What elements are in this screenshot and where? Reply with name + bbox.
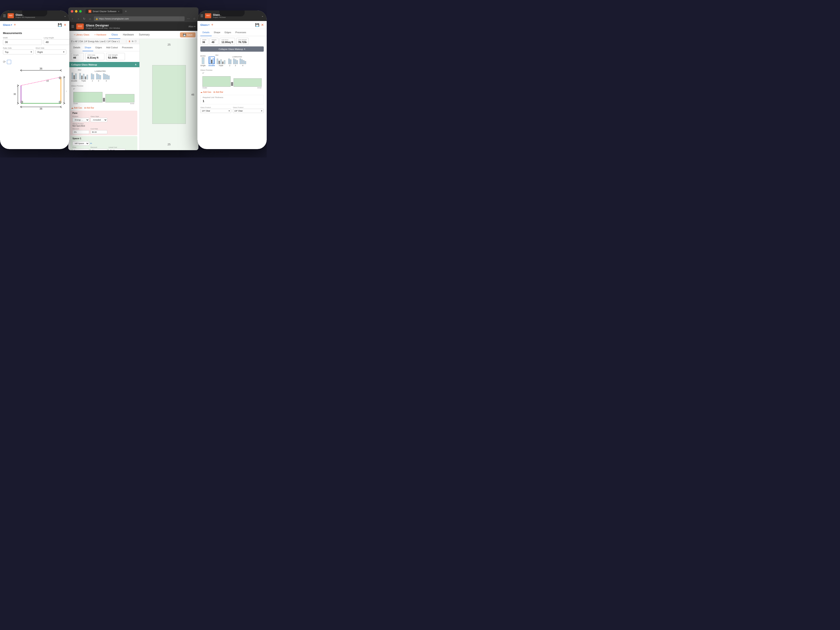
sub-tab-processes[interactable]: Processes bbox=[120, 44, 135, 51]
pane1-glass-style-select[interactable]: Annealed bbox=[90, 118, 107, 122]
left-glass-dropdown-icon[interactable]: ▾ bbox=[11, 24, 12, 26]
right-chevron-icon[interactable]: ⌄ bbox=[261, 14, 264, 17]
right-mono-single-icon[interactable]: Single bbox=[201, 57, 205, 66]
browser-minimize-dot[interactable] bbox=[75, 10, 77, 13]
right-glass-product-2-select[interactable]: 1/4" Clear ▾ bbox=[233, 109, 264, 113]
spacer1-product-select[interactable]: Mill Spacer bbox=[73, 141, 89, 145]
right-tab-shape[interactable]: Shape bbox=[212, 29, 223, 36]
nav-forward-button[interactable]: › bbox=[76, 17, 81, 21]
browser-close-dot[interactable] bbox=[71, 10, 73, 13]
req-thickness-input[interactable] bbox=[203, 99, 242, 103]
left-save-icon[interactable]: 💾 bbox=[58, 23, 62, 27]
right-triple-pane-1 bbox=[217, 58, 218, 64]
left-short-side-select[interactable]: Right ▾ bbox=[35, 50, 66, 54]
spacer1-discount-value[interactable]: 0% bbox=[90, 149, 107, 150]
glass-item-copy-icon[interactable]: ⧉ bbox=[132, 40, 133, 43]
browser-app-content: ☰ SMART GLAZIER Glass Designer Project: … bbox=[68, 22, 199, 150]
right-add-gas-button[interactable]: ☁ Add Gas bbox=[201, 91, 211, 93]
add-bar-button[interactable]: ⊞ Add Bar bbox=[84, 107, 94, 109]
right-igu-double-icon[interactable]: Double bbox=[208, 57, 215, 66]
right-close-icon[interactable]: ✕ bbox=[261, 23, 264, 27]
browser-titlebar: S Smart Glazier Software ✕ + bbox=[68, 7, 199, 15]
app-hamburger-icon[interactable]: ☰ bbox=[71, 25, 74, 28]
nav-home-button[interactable]: ⌂ bbox=[88, 17, 92, 21]
glass-item-delete-icon[interactable]: 🗑 bbox=[128, 40, 131, 43]
center-dim-right: 46 bbox=[191, 93, 194, 96]
browser-dims-row: Height 46 Unit Area 8.31sq ft Unit Weigh… bbox=[68, 51, 139, 62]
igu-double-icon[interactable]: Double bbox=[71, 72, 77, 82]
pane1-product-select[interactable]: Energy … bbox=[73, 118, 89, 122]
right-collapse-icon: ∧ bbox=[244, 48, 245, 51]
tab-glass[interactable]: Glass bbox=[109, 31, 120, 39]
pane1-discount-value[interactable]: 0% bbox=[73, 130, 89, 134]
igu-triple-icon[interactable]: Triple bbox=[79, 72, 88, 82]
svg-text:36: 36 bbox=[39, 67, 43, 70]
left-rake-side-select[interactable]: Top ▾ bbox=[3, 50, 34, 54]
tab-summary[interactable]: Summary bbox=[136, 31, 152, 39]
left-long-height-input[interactable] bbox=[44, 39, 69, 45]
nav-refresh-button[interactable]: ↻ bbox=[82, 17, 86, 21]
browser-menu-icon[interactable]: ⋯ bbox=[186, 17, 191, 21]
left-glass-label[interactable]: Glass ▾ bbox=[3, 23, 12, 27]
tab-hardware[interactable]: Hardware bbox=[120, 31, 136, 39]
right-glass-dropdown-icon[interactable]: ▾ bbox=[208, 24, 209, 26]
right-igu-group: IGU Double bbox=[208, 54, 225, 66]
left-chevron-down-icon[interactable]: ⌄ bbox=[64, 14, 66, 17]
sub-tab-shape[interactable]: Shape bbox=[82, 44, 93, 51]
right-lam-3-icon[interactable]: 3 bbox=[233, 58, 238, 66]
right-height-value[interactable]: 48 bbox=[212, 41, 216, 44]
right-collapse-button[interactable]: Collapse Glass Makeup ∧ bbox=[201, 46, 264, 52]
right-glass-product-1-select[interactable]: 1/4" Clear ▾ bbox=[201, 109, 231, 113]
browser-bookmark-icon[interactable]: ☆ bbox=[192, 17, 196, 21]
pane1-stamp-pos-value[interactable]: Not Specified bbox=[73, 125, 135, 127]
lam-3-icon[interactable]: 3 bbox=[96, 73, 101, 82]
add-gas-button[interactable]: ☁ Add Gas bbox=[71, 107, 82, 109]
right-lam-4-label: 4 bbox=[242, 65, 243, 66]
tab-close-icon[interactable]: ✕ bbox=[118, 10, 120, 13]
left-width-input[interactable] bbox=[3, 39, 42, 45]
sub-tab-add-cutout[interactable]: Add Cutout bbox=[104, 44, 120, 51]
address-bar[interactable]: 🔒 https://www.smartglazier.com bbox=[94, 16, 185, 21]
right-width-value[interactable]: 36 bbox=[202, 41, 207, 44]
glass-makeup-header[interactable]: Collapse Glass Makeup ∧ bbox=[68, 62, 139, 67]
left-hamburger-icon[interactable]: ☰ bbox=[3, 14, 6, 18]
spacer1-price-value[interactable]: 0 bbox=[73, 149, 89, 150]
left-glass-bar: Glass ▾ + 💾 ✕ bbox=[0, 21, 69, 29]
right-glass-label[interactable]: Glass ▾ bbox=[201, 23, 209, 27]
new-tab-icon[interactable]: + bbox=[125, 9, 127, 13]
browser-maximize-dot[interactable] bbox=[79, 10, 82, 13]
pane1-stamp-pos-label: Stamp Position bbox=[73, 123, 135, 125]
outer-label: Outer bbox=[73, 103, 78, 104]
nav-back-button[interactable]: ‹ bbox=[70, 17, 74, 21]
right-lam-2-icon[interactable]: 2 bbox=[228, 58, 231, 66]
lam-4-icon[interactable]: 4 bbox=[103, 73, 110, 82]
right-igu-triple-icon[interactable]: Triple bbox=[217, 57, 225, 66]
right-unit-weight-label: Unit Weight bbox=[238, 39, 247, 41]
glass-item-row: 5' x 46' 1'OA: 1/4' Energy Adv. Low-E / … bbox=[68, 39, 139, 44]
sub-tab-edges[interactable]: Edges bbox=[93, 44, 104, 51]
save-button[interactable]: 💾 Save bbox=[180, 32, 196, 37]
right-lam-4-icon[interactable]: 4 bbox=[240, 58, 246, 66]
tab-hardware-plus[interactable]: + Hardware bbox=[92, 31, 109, 39]
browser-height-value[interactable]: 46 bbox=[73, 56, 82, 59]
right-tab-processes[interactable]: Processes bbox=[233, 29, 248, 36]
right-add-bar-button[interactable]: ⊞ Add Bar bbox=[213, 91, 223, 93]
left-measurements-section: Measurements Width Long Height Short Hei… bbox=[0, 29, 69, 57]
browser-tab-active[interactable]: S Smart Glazier Software ✕ bbox=[85, 9, 122, 14]
left-close-icon[interactable]: ✕ bbox=[64, 23, 66, 27]
right-add-glass-button[interactable]: + bbox=[211, 23, 213, 27]
right-save-icon[interactable]: 💾 bbox=[255, 23, 259, 27]
right-tab-edges[interactable]: Edges bbox=[223, 29, 233, 36]
right-height-label: Height bbox=[212, 39, 216, 41]
right-hamburger-icon[interactable]: ☰ bbox=[201, 14, 203, 18]
right-tab-details[interactable]: Details bbox=[201, 29, 212, 36]
glass-item-more-icon[interactable]: ⋮ bbox=[125, 40, 127, 43]
sub-tab-details[interactable]: Details bbox=[71, 44, 82, 51]
tab-library-glass[interactable]: + Library Glass bbox=[71, 31, 92, 39]
add-bar-icon: ⊞ bbox=[84, 107, 86, 109]
user-menu-button[interactable]: Allan ▾ bbox=[189, 25, 196, 28]
glass-item-check-icon[interactable]: ☐ bbox=[134, 40, 136, 43]
lam-2-icon[interactable]: 2 bbox=[91, 73, 94, 82]
left-add-glass-button[interactable]: + bbox=[14, 23, 16, 27]
spacer1-edit-icon[interactable]: ✏ bbox=[90, 142, 92, 145]
